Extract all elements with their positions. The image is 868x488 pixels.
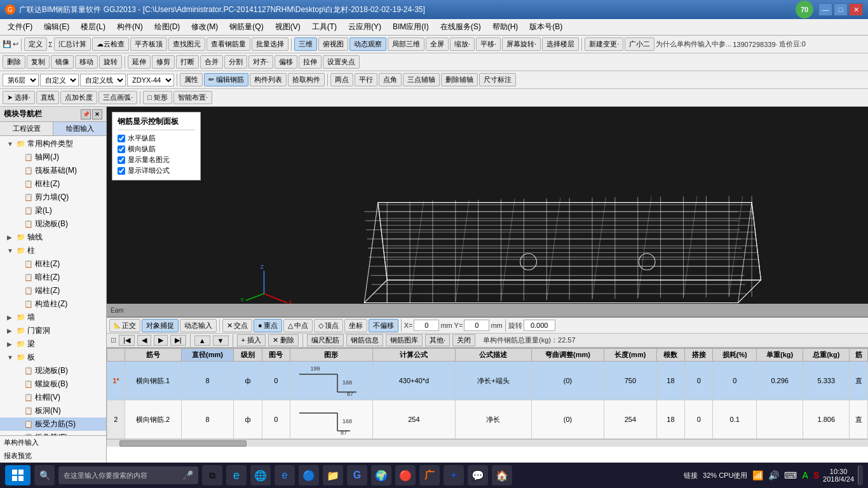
obj-snap-button[interactable]: 对象捕捉 bbox=[142, 319, 179, 332]
divide-button[interactable]: 分割 bbox=[224, 55, 247, 69]
drawing-input-button[interactable]: 绘图输入 bbox=[53, 122, 106, 135]
align-button[interactable]: 对齐· bbox=[248, 55, 273, 69]
report-preview-button[interactable]: 报表预览 bbox=[0, 449, 106, 463]
nav-prev-button[interactable]: ◀ bbox=[137, 335, 151, 346]
scale-config-button[interactable]: 编尺配筋 bbox=[307, 334, 344, 346]
table-row[interactable]: 2 横向钢筋.2 8 ф 0 168 bbox=[107, 400, 868, 439]
trim-button[interactable]: 修剪 bbox=[152, 55, 175, 69]
menu-item[interactable]: 绘图(D) bbox=[149, 20, 186, 34]
browser-button[interactable]: 🌐 bbox=[250, 465, 271, 485]
app4-button[interactable]: 💬 bbox=[468, 465, 488, 485]
rotate-button[interactable]: 旋转 bbox=[99, 55, 122, 69]
tree-item[interactable]: ▶📁墙 bbox=[0, 311, 106, 324]
app5-button[interactable]: 🏠 bbox=[492, 465, 512, 485]
start-button[interactable] bbox=[5, 465, 31, 485]
rect-button[interactable]: □ 矩形 bbox=[143, 91, 172, 104]
select-mode-button[interactable]: ➤ 选择· bbox=[3, 91, 35, 104]
delete-rebar-button[interactable]: ✕ 删除 bbox=[268, 334, 299, 346]
menu-item[interactable]: 视图(V) bbox=[270, 20, 306, 34]
tree-item[interactable]: 📋板洞(N) bbox=[0, 404, 106, 417]
scrollbar-thumb[interactable] bbox=[119, 440, 247, 447]
tree-item[interactable]: 📋框柱(Z) bbox=[0, 257, 106, 271]
set-anchor-button[interactable]: 设置夹点 bbox=[323, 55, 360, 69]
delete-button[interactable]: 删除 bbox=[3, 55, 25, 69]
menu-item[interactable]: 云应用(Y) bbox=[343, 20, 386, 34]
tree-item[interactable]: ▶📁门窗洞 bbox=[0, 324, 106, 337]
tree-item[interactable]: 📋端柱(Z) bbox=[0, 284, 106, 297]
nav-last-button[interactable]: ▶| bbox=[170, 335, 186, 346]
rebar-lib-button[interactable]: 钢筋图库 bbox=[386, 334, 423, 346]
dynamic-view-button[interactable]: 动态观察 bbox=[349, 37, 386, 51]
coord-snap-button[interactable]: 坐标 bbox=[344, 319, 367, 332]
dynamic-input-button[interactable]: 动态输入 bbox=[180, 319, 217, 332]
nav-first-button[interactable]: |◀ bbox=[119, 335, 135, 346]
mid-snap-button[interactable]: ● 重点 bbox=[254, 319, 282, 332]
menu-item[interactable]: 修改(M) bbox=[186, 20, 223, 34]
select-floor-button[interactable]: 选择楼层 bbox=[542, 37, 579, 51]
summary-calc-button[interactable]: 汇总计算 bbox=[54, 37, 91, 51]
nav-next-button[interactable]: ▶ bbox=[154, 335, 168, 346]
single-component-button[interactable]: 单构件输入 bbox=[0, 436, 106, 449]
rebar-checkbox[interactable] bbox=[118, 135, 125, 142]
tree-item[interactable]: ▶📁梁 bbox=[0, 337, 106, 351]
rebar-checkbox[interactable] bbox=[118, 146, 125, 153]
tree-item[interactable]: 📋构造柱(Z) bbox=[0, 297, 106, 311]
find-element-button[interactable]: 查找图元 bbox=[168, 37, 205, 51]
task-view-button[interactable]: ⧉ bbox=[202, 465, 222, 485]
no-offset-button[interactable]: 不偏移 bbox=[369, 319, 398, 332]
edit-rebar-button[interactable]: ✏ 编辑钢筋 bbox=[204, 73, 248, 86]
globe-button[interactable]: 🌍 bbox=[371, 465, 391, 485]
file-button[interactable]: 📁 bbox=[323, 465, 343, 485]
panel-close-button[interactable]: ✕ bbox=[92, 109, 102, 119]
tree-item[interactable]: 📋现浇板(B) bbox=[0, 217, 106, 231]
fullscreen-button[interactable]: 全屏 bbox=[426, 37, 449, 51]
nav-down-button[interactable]: ▼ bbox=[213, 336, 229, 346]
dim-label-button[interactable]: 尺寸标注 bbox=[479, 73, 516, 86]
tree-item[interactable]: ▼📁常用构件类型 bbox=[0, 137, 106, 151]
tree-item[interactable]: 📋剪力墙(Q) bbox=[0, 191, 106, 204]
tree-item[interactable]: ▼📁板 bbox=[0, 351, 106, 364]
show-desktop-button[interactable] bbox=[858, 465, 863, 485]
edge-button[interactable]: e bbox=[226, 465, 247, 485]
smart-layout-button[interactable]: 智能布置· bbox=[173, 91, 212, 104]
pan-button[interactable]: 平移· bbox=[476, 37, 501, 51]
component-table-button[interactable]: 构件列表 bbox=[250, 73, 287, 86]
custom-select[interactable]: 自定义 bbox=[40, 74, 79, 86]
close-rebar-button[interactable]: 关闭 bbox=[452, 334, 475, 346]
merge-button[interactable]: 合并 bbox=[200, 55, 223, 69]
other-button[interactable]: 其他· bbox=[425, 334, 450, 346]
rebar-checkbox[interactable] bbox=[118, 156, 125, 164]
define-button[interactable]: 定义 bbox=[24, 37, 47, 51]
table-row[interactable]: 1* 横向钢筋.1 8 ф 0 19 bbox=[107, 362, 868, 400]
insert-rebar-button[interactable]: + 插入 bbox=[237, 334, 266, 346]
flatten-button[interactable]: 平齐板顶 bbox=[130, 37, 167, 51]
tree-item[interactable]: 📋暗柱(Z) bbox=[0, 271, 106, 284]
cross-snap-button[interactable]: ✕ 交点 bbox=[222, 319, 252, 332]
tree-item[interactable]: ▼📁柱 bbox=[0, 244, 106, 257]
chrome-button[interactable]: 🔵 bbox=[299, 465, 319, 485]
tree-item[interactable]: 📋筏板基础(M) bbox=[0, 164, 106, 177]
two-point-button[interactable]: 两点 bbox=[330, 73, 353, 86]
view-rebar-button[interactable]: 查看钢筋量 bbox=[207, 37, 250, 51]
rebar-info-button[interactable]: 钢筋信息 bbox=[346, 334, 383, 346]
offset-modify-button[interactable]: 偏移 bbox=[275, 55, 297, 69]
app1-button[interactable]: 🔴 bbox=[395, 465, 416, 485]
menu-item[interactable]: BIM应用(I) bbox=[388, 20, 434, 34]
stretch-button[interactable]: 拉伸 bbox=[299, 55, 322, 69]
menu-item[interactable]: 楼层(L) bbox=[76, 20, 111, 34]
table-scrollbar-h[interactable] bbox=[107, 439, 868, 447]
layer-select[interactable]: 第6层 bbox=[3, 74, 39, 86]
tree-item[interactable]: 📋轴网(J) bbox=[0, 151, 106, 164]
rebar-checkbox[interactable] bbox=[118, 167, 125, 175]
gd-assist-button[interactable]: 广小二 bbox=[625, 37, 654, 51]
split-button[interactable]: 打断 bbox=[176, 55, 199, 69]
batch-select-button[interactable]: 批量选择 bbox=[252, 37, 288, 51]
close-button[interactable]: ✕ bbox=[849, 3, 863, 16]
y-input[interactable] bbox=[464, 320, 489, 331]
menu-item[interactable]: 帮助(H) bbox=[487, 20, 524, 34]
ie-button[interactable]: e bbox=[275, 465, 295, 485]
tree-item[interactable]: 📋板受力筋(S) bbox=[0, 417, 106, 431]
tree-item[interactable]: 📋柱帽(V) bbox=[0, 391, 106, 404]
local-3d-button[interactable]: 局部三维 bbox=[388, 37, 424, 51]
property-button[interactable]: 属性 bbox=[180, 73, 203, 86]
